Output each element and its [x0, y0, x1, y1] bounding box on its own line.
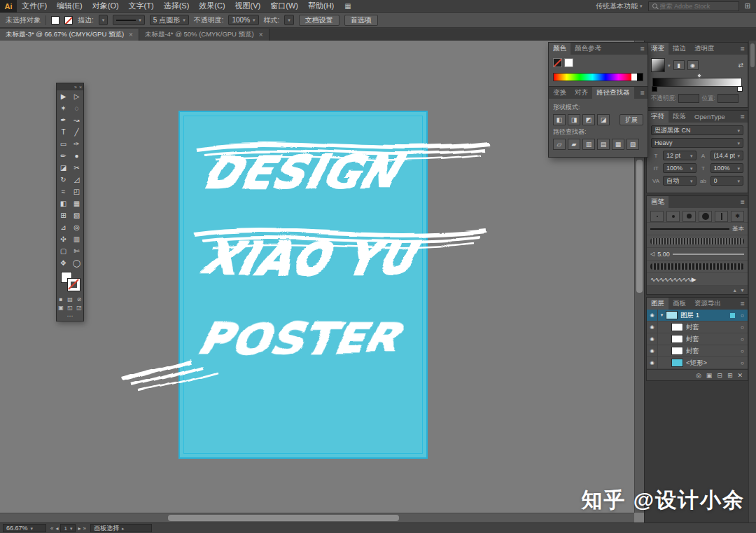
shape-builder-tool[interactable]: ◧	[57, 198, 70, 209]
target-circle-icon[interactable]: ○	[737, 348, 748, 354]
gradient-type-radial-button[interactable]: ◉	[687, 60, 699, 70]
dock-scrollbar-thumb[interactable]	[750, 43, 755, 67]
tab-paragraph[interactable]: 段落	[668, 111, 690, 123]
tab-artboards[interactable]: 画板	[668, 298, 690, 310]
new-layer-icon[interactable]: ⊞	[727, 372, 733, 379]
gradient-stop-white[interactable]	[737, 86, 743, 92]
target-circle-icon[interactable]: ○	[737, 312, 748, 319]
leading-field[interactable]: (14.4 pt) ▾	[710, 151, 744, 160]
gradient-slider[interactable]	[652, 78, 742, 87]
visibility-eye-icon[interactable]: ◉	[647, 357, 658, 368]
tab-color-guide[interactable]: 颜色参考	[570, 43, 606, 55]
selection-tool[interactable]: ▶	[57, 90, 70, 102]
brush-swatch[interactable]	[666, 211, 680, 222]
layout-icon[interactable]: ▦	[339, 2, 356, 10]
color-button[interactable]: ■	[57, 296, 64, 303]
vertical-scale-field[interactable]: 100% ▾	[663, 163, 696, 173]
panel-menu-icon[interactable]: ≣	[637, 87, 648, 99]
brush-definition-dropdown[interactable]: ▾	[113, 15, 145, 25]
document-tab[interactable]: 未标题-3* @ 66.67% (CMYK/GPU 预览)×	[0, 29, 139, 41]
gradient-ramp[interactable]	[652, 78, 742, 87]
gradient-button[interactable]: ▤	[66, 296, 74, 303]
layer-row[interactable]: ◉封套○	[647, 321, 748, 333]
layer-name[interactable]: 封套	[686, 323, 737, 332]
visibility-eye-icon[interactable]: ◉	[647, 345, 658, 357]
layer-name[interactable]: 图层 1	[680, 311, 730, 320]
panel-menu-icon[interactable]: ≣	[737, 298, 748, 310]
perspective-grid-tool[interactable]: ▦	[70, 198, 83, 209]
hand-tool[interactable]: ✥	[57, 257, 70, 269]
slice-tool[interactable]: ✄	[70, 245, 83, 257]
rectangle-tool[interactable]: ▭	[57, 138, 70, 150]
reverse-gradient-icon[interactable]: ⇄	[738, 62, 743, 69]
white-color-swatch[interactable]	[564, 58, 573, 67]
brush-item-charcoal-2[interactable]	[647, 261, 748, 273]
vertical-scrollbar-thumb[interactable]	[636, 160, 643, 293]
layer-row[interactable]: ◉<矩形>○	[647, 357, 748, 369]
font-style-dropdown[interactable]: Heavy ▾	[651, 138, 743, 148]
tab-align[interactable]: 对齐	[570, 87, 592, 99]
menu-item[interactable]: 窗口(W)	[265, 0, 303, 12]
toolbox-header[interactable]: » ×	[57, 83, 83, 90]
tab-brushes[interactable]: 画笔	[647, 196, 668, 208]
paintbrush-tool[interactable]: ✑	[70, 138, 83, 150]
gradient-swatch[interactable]	[651, 58, 665, 72]
brush-swatch[interactable]	[682, 211, 696, 222]
fill-color-swatch[interactable]	[51, 16, 59, 25]
pathfinder-button[interactable]: ▤	[597, 139, 610, 150]
free-transform-tool[interactable]: ◰	[70, 186, 83, 198]
spectrum-rainbow[interactable]	[554, 74, 631, 81]
collapse-icon[interactable]: »	[74, 85, 77, 90]
artboard[interactable]	[178, 111, 428, 459]
pathfinder-button[interactable]: ▰	[568, 139, 580, 150]
tab-transparency[interactable]: 透明度	[690, 43, 719, 55]
preferences-button[interactable]: 首选项	[344, 15, 378, 26]
layer-row[interactable]: ◉封套○	[647, 345, 748, 357]
scroll-down-icon[interactable]: ▼	[740, 288, 745, 293]
direct-selection-tool[interactable]: ▷	[70, 90, 83, 102]
scroll-up-icon[interactable]: ▲	[732, 288, 737, 293]
chevron-down-icon[interactable]: ▾	[668, 63, 671, 68]
scissors-tool[interactable]: ✂	[70, 162, 83, 174]
delete-selection-icon[interactable]: ✕	[737, 372, 743, 379]
gradient-opacity-field[interactable]	[678, 94, 699, 103]
curvature-tool[interactable]: ↝	[70, 114, 83, 126]
more-tools-icon[interactable]: ⋯	[57, 313, 83, 321]
brush-swatch[interactable]: ✱	[731, 211, 744, 222]
zoom-tool[interactable]: ◯	[70, 257, 83, 269]
horizontal-scrollbar-thumb[interactable]	[168, 515, 399, 521]
gradient-tool[interactable]: ▧	[70, 209, 83, 221]
rotate-tool[interactable]: ↻	[57, 174, 70, 186]
menu-item[interactable]: 对象(O)	[88, 0, 124, 12]
expand-arrow-icon[interactable]: ▾	[658, 312, 666, 318]
target-circle-icon[interactable]: ○	[737, 324, 748, 331]
kerning-field[interactable]: 自动 ▾	[663, 176, 696, 186]
brush-item-5pt[interactable]: ◁ 5.00	[647, 248, 748, 261]
search-box[interactable]	[648, 1, 739, 11]
menu-item[interactable]: 编辑(E)	[52, 0, 88, 12]
document-setup-button[interactable]: 文档设置	[299, 15, 340, 26]
layer-name[interactable]: 封套	[686, 347, 737, 356]
horizontal-scrollbar[interactable]	[0, 513, 634, 522]
type-tool[interactable]: T	[57, 126, 70, 138]
blob-brush-tool[interactable]: ●	[70, 150, 83, 162]
brush-swatch[interactable]	[650, 211, 664, 222]
brush-preset-dropdown[interactable]: 5 点圆形 ▾	[150, 15, 189, 25]
shape-mode-button[interactable]: ◩	[582, 114, 595, 125]
blend-tool[interactable]: ◎	[70, 221, 83, 233]
pencil-tool[interactable]: ✏	[57, 150, 70, 162]
eraser-tool[interactable]: ◪	[57, 162, 70, 174]
next-artboard-button[interactable]: ▸	[78, 525, 80, 532]
visibility-eye-icon[interactable]: ◉	[647, 321, 658, 333]
spectrum-black[interactable]	[637, 74, 643, 81]
pen-tool[interactable]: ✒	[57, 114, 70, 126]
menu-item[interactable]: 效果(C)	[194, 0, 230, 12]
font-family-dropdown[interactable]: 思源黑体 CN ▾	[651, 125, 743, 135]
last-artboard-button[interactable]: »	[83, 525, 85, 532]
magic-wand-tool[interactable]: ✶	[57, 102, 70, 114]
brush-swatch[interactable]	[715, 211, 728, 222]
locate-object-icon[interactable]: ◎	[696, 372, 701, 379]
panel-menu-icon[interactable]: ≣	[637, 43, 648, 55]
close-icon[interactable]: ×	[129, 31, 133, 39]
workspace-switcher[interactable]: 传统基本功能 ▾	[596, 1, 643, 11]
